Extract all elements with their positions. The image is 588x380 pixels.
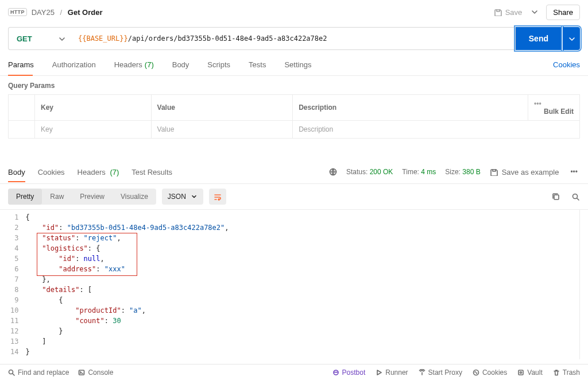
postbot-button[interactable]: Postbot <box>332 369 366 377</box>
wrap-icon <box>214 193 222 201</box>
status-bar: Find and replace Console Postbot Runner … <box>0 364 588 380</box>
svg-point-10 <box>476 373 477 373</box>
antenna-icon <box>419 369 425 376</box>
description-input[interactable]: Description <box>293 121 580 139</box>
table-row[interactable]: Key Value Description <box>9 121 580 139</box>
search-icon <box>8 369 15 376</box>
resp-tab-cookies[interactable]: Cookies <box>38 162 65 182</box>
svg-point-9 <box>475 371 475 372</box>
vault-icon <box>517 369 524 376</box>
view-pretty[interactable]: Pretty <box>8 189 42 205</box>
th-checkbox <box>9 95 35 121</box>
save-button-group: Save <box>489 5 542 20</box>
search-button[interactable] <box>571 192 580 201</box>
save-icon <box>494 8 502 16</box>
chevron-down-icon <box>57 34 65 43</box>
tab-scripts[interactable]: Scripts <box>207 54 238 75</box>
cookies-button[interactable]: Cookies <box>473 369 507 377</box>
tab-settings[interactable]: Settings <box>284 54 319 75</box>
tab-headers[interactable]: Headers (7) <box>114 54 162 75</box>
th-description: Description <box>293 95 528 121</box>
save-icon <box>490 168 498 176</box>
th-value: Value <box>151 95 293 121</box>
search-icon <box>571 193 579 201</box>
console-icon <box>78 369 85 376</box>
query-params-title: Query Params <box>0 76 588 94</box>
tab-authorization[interactable]: Authorization <box>52 54 104 75</box>
runner-button[interactable]: Runner <box>376 369 408 377</box>
start-proxy-button[interactable]: Start Proxy <box>419 369 462 377</box>
breadcrumb-title[interactable]: Get Order <box>68 8 103 17</box>
resp-tab-headers[interactable]: Headers (7) <box>78 162 119 182</box>
play-icon <box>376 369 382 376</box>
share-button[interactable]: Share <box>546 5 580 20</box>
th-key: Key <box>35 95 152 121</box>
view-preview[interactable]: Preview <box>72 189 113 205</box>
chevron-down-icon <box>530 7 538 16</box>
save-as-example-button[interactable]: Save as example <box>490 168 559 176</box>
view-visualize[interactable]: Visualize <box>113 189 156 205</box>
status-value: 200 OK <box>370 168 393 176</box>
view-raw[interactable]: Raw <box>42 189 72 205</box>
svg-point-2 <box>573 194 578 199</box>
svg-point-5 <box>334 370 338 375</box>
postbot-icon <box>332 369 339 376</box>
tab-body[interactable]: Body <box>172 54 198 75</box>
find-and-replace-button[interactable]: Find and replace <box>8 369 69 377</box>
value-input[interactable]: Value <box>151 121 293 139</box>
globe-icon[interactable] <box>329 168 337 176</box>
th-actions: ••• Bulk Edit <box>528 95 580 121</box>
copy-icon <box>552 193 560 201</box>
method-label: GET <box>17 34 32 43</box>
tab-params[interactable]: Params <box>8 54 42 75</box>
content-type-select[interactable]: JSON <box>162 189 203 205</box>
save-label: Save <box>505 8 523 17</box>
url-path: /api/orders/bd37355b-0d51-48e4-9ad5-a83c… <box>128 34 327 43</box>
console-button[interactable]: Console <box>78 369 113 377</box>
resp-tab-body[interactable]: Body <box>8 162 25 182</box>
resp-tab-test-results[interactable]: Test Results <box>131 162 172 182</box>
svg-point-12 <box>520 371 522 373</box>
svg-rect-11 <box>519 370 523 375</box>
svg-point-6 <box>335 372 335 373</box>
cookies-link[interactable]: Cookies <box>553 60 580 69</box>
response-body[interactable]: { "id": "bd37355b-0d51-48e4-9ad5-a83c422… <box>25 210 229 359</box>
query-params-table: Key Value Description ••• Bulk Edit Key … <box>8 94 580 139</box>
method-selector[interactable]: GET <box>8 27 71 50</box>
svg-point-8 <box>473 370 478 375</box>
word-wrap-toggle[interactable] <box>209 189 226 205</box>
http-method-badge: HTTP <box>8 8 27 16</box>
save-options-chevron[interactable] <box>527 5 541 20</box>
chevron-down-icon <box>191 193 198 200</box>
column-options-icon[interactable]: ••• <box>534 99 541 108</box>
breadcrumb: DAY25 / Get Order <box>32 8 103 17</box>
svg-point-7 <box>336 372 337 373</box>
copy-button[interactable] <box>551 192 560 201</box>
svg-rect-1 <box>554 195 559 199</box>
cookie-icon <box>473 369 479 376</box>
size-value: 380 B <box>462 168 480 176</box>
send-button[interactable]: Send <box>516 27 562 50</box>
save-button[interactable]: Save <box>489 5 527 20</box>
send-options-chevron[interactable] <box>563 27 580 50</box>
url-input[interactable]: {{BASE_URL}}/api/orders/bd37355b-0d51-48… <box>71 27 516 50</box>
more-actions-icon[interactable]: ••• <box>568 166 580 178</box>
trash-icon <box>553 369 560 376</box>
trash-button[interactable]: Trash <box>553 369 580 377</box>
url-variable: {{BASE_URL}} <box>78 34 128 43</box>
chevron-down-icon <box>567 34 575 43</box>
tab-tests[interactable]: Tests <box>249 54 274 75</box>
view-mode-toggle: Pretty Raw Preview Visualize <box>8 189 156 205</box>
line-gutter: 1234567891011121314 <box>0 210 25 359</box>
time-value: 4 ms <box>421 168 436 176</box>
key-input[interactable]: Key <box>35 121 152 139</box>
breadcrumb-parent[interactable]: DAY25 <box>32 8 55 17</box>
bulk-edit-button[interactable]: Bulk Edit <box>544 108 574 116</box>
vault-button[interactable]: Vault <box>517 369 542 377</box>
